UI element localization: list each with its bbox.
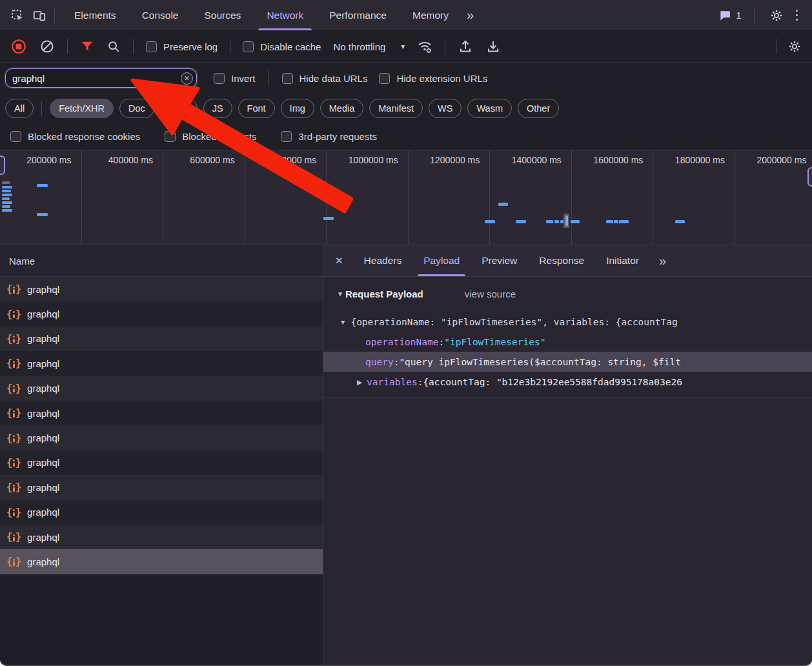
json-request-icon: {} xyxy=(6,507,21,518)
request-row[interactable]: {} graphql xyxy=(0,549,323,574)
json-request-icon: {} xyxy=(6,457,21,469)
json-request-icon: {} xyxy=(6,333,21,345)
waterfall-bar xyxy=(2,201,12,204)
more-tabs-icon[interactable]: » xyxy=(462,8,479,23)
import-har-icon[interactable] xyxy=(458,39,473,54)
request-row[interactable]: {} graphql xyxy=(0,277,323,301)
panel-tab-label: Elements xyxy=(74,10,116,21)
request-type-chip[interactable]: JS xyxy=(203,99,232,118)
network-overview-timeline[interactable]: 200000 ms400000 ms600000 ms800000 ms1000… xyxy=(0,150,812,245)
waterfall-bar xyxy=(675,220,685,223)
detail-tab[interactable]: Headers xyxy=(353,245,413,276)
preserve-log-checkbox[interactable] xyxy=(146,41,157,52)
overview-grip-right[interactable] xyxy=(807,167,812,187)
waterfall-bar xyxy=(606,220,613,223)
record-network-log-icon[interactable] xyxy=(10,38,27,55)
request-type-chip[interactable]: Wasm xyxy=(467,99,512,118)
third-party-requests-checkbox[interactable] xyxy=(281,131,292,142)
request-name: graphql xyxy=(27,507,59,518)
hide-data-urls-checkbox[interactable] xyxy=(282,73,293,84)
json-request-icon: {} xyxy=(6,481,21,493)
request-row[interactable]: {} graphql xyxy=(0,301,323,326)
request-row[interactable]: {} graphql xyxy=(0,450,323,475)
disable-cache-checkbox[interactable] xyxy=(243,41,254,52)
overview-grip-left[interactable] xyxy=(0,156,5,175)
request-row[interactable]: {} graphql xyxy=(0,327,323,351)
invert-label: Invert xyxy=(231,73,256,84)
issues-message-icon[interactable] xyxy=(718,9,731,22)
waterfall-bar xyxy=(323,217,334,220)
invert-checkbox[interactable] xyxy=(214,73,225,84)
tree-expand-icon[interactable]: ▼ xyxy=(340,318,346,326)
request-row[interactable]: {} graphql xyxy=(0,425,323,450)
name-column-header[interactable]: Name xyxy=(0,245,323,277)
section-collapse-icon[interactable]: ▼ xyxy=(337,290,343,298)
request-detail-panel: ✕ HeadersPayloadPreviewResponseInitiator… xyxy=(323,245,812,666)
payload-separator: : xyxy=(418,377,423,387)
request-type-chip[interactable]: CSS xyxy=(160,99,198,118)
payload-tree-row[interactable]: ▼{operationName: "ipFlowTimeseries", var… xyxy=(323,312,812,332)
network-conditions-icon[interactable] xyxy=(417,39,432,54)
customize-devtools-icon[interactable] xyxy=(792,7,802,24)
detail-tab-label: Initiator xyxy=(606,255,639,267)
chip-label: Img xyxy=(290,103,305,114)
request-type-chip[interactable]: Fetch/XHR xyxy=(50,99,114,118)
blocked-requests-checkbox[interactable] xyxy=(165,131,176,142)
waterfall-bar xyxy=(485,220,495,223)
request-row[interactable]: {} graphql xyxy=(0,475,323,500)
detail-tab[interactable]: Response xyxy=(528,245,595,276)
request-row[interactable]: {} graphql xyxy=(0,525,323,549)
network-filter-input[interactable] xyxy=(5,68,197,88)
tabbar-right-divider xyxy=(754,8,755,23)
blocked-response-cookies-checkbox[interactable] xyxy=(10,131,21,142)
request-row[interactable]: {} graphql xyxy=(0,500,323,525)
filter-icon[interactable] xyxy=(80,39,94,54)
detail-tab[interactable]: Initiator xyxy=(595,245,650,276)
request-type-chip[interactable]: All xyxy=(5,99,34,118)
request-type-chip[interactable]: Other xyxy=(518,99,559,118)
tree-expand-icon[interactable]: ▶ xyxy=(357,378,362,386)
blocked-requests-label: Blocked requests xyxy=(182,131,256,142)
panel-tab[interactable]: Sources xyxy=(192,0,254,30)
detail-tab[interactable]: Preview xyxy=(471,245,528,276)
panel-tab[interactable]: Elements xyxy=(61,0,129,30)
hide-extension-urls-checkbox[interactable] xyxy=(379,73,390,84)
panel-tab[interactable]: Network xyxy=(254,0,316,30)
more-detail-tabs-icon[interactable]: » xyxy=(659,254,666,268)
view-source-link[interactable]: view source xyxy=(465,288,516,299)
third-party-requests-label: 3rd-party requests xyxy=(298,131,377,142)
request-row[interactable]: {} graphql xyxy=(0,351,323,376)
request-type-chip[interactable]: Img xyxy=(281,99,314,118)
clear-network-log-icon[interactable] xyxy=(39,39,55,54)
tabbar-right-controls: 1 xyxy=(718,7,812,24)
detail-tab[interactable]: Payload xyxy=(412,245,471,276)
settings-gear-icon[interactable] xyxy=(769,8,784,23)
disable-cache-label: Disable cache xyxy=(260,41,321,52)
panel-tab[interactable]: Memory xyxy=(400,0,462,30)
inspect-element-icon[interactable] xyxy=(6,5,28,26)
request-payload-section-header[interactable]: ▼ Request Payload view source xyxy=(337,283,812,304)
request-type-chip[interactable]: WS xyxy=(429,99,462,118)
request-type-chip[interactable]: Doc xyxy=(119,99,154,118)
panel-tab[interactable]: Performance xyxy=(316,0,400,30)
network-settings-gear-icon[interactable] xyxy=(787,39,802,54)
payload-tree-row[interactable]: query: "query ipFlowTimeseries($accountT… xyxy=(323,352,812,372)
close-detail-icon[interactable]: ✕ xyxy=(323,255,353,267)
network-toolbar: Preserve log Disable cache No throttling… xyxy=(0,31,812,63)
tabbar-divider xyxy=(54,8,55,23)
payload-tree-row[interactable]: operationName: "ipFlowTimeseries" xyxy=(323,332,812,352)
issues-count[interactable]: 1 xyxy=(736,10,741,21)
request-type-chip[interactable]: Media xyxy=(320,99,364,118)
search-icon[interactable] xyxy=(107,39,121,54)
request-row[interactable]: {} graphql xyxy=(0,376,323,401)
export-har-icon[interactable] xyxy=(485,39,501,54)
request-row[interactable]: {} graphql xyxy=(0,401,323,425)
request-type-chip[interactable]: Font xyxy=(238,99,275,118)
request-type-chip[interactable]: Manifest xyxy=(369,99,423,118)
throttling-dropdown[interactable]: No throttling ▾ xyxy=(333,41,405,52)
panel-tab[interactable]: Console xyxy=(129,0,192,30)
clear-filter-icon[interactable]: ✕ xyxy=(181,72,193,85)
filter-divider xyxy=(269,70,269,86)
device-toolbar-icon[interactable] xyxy=(28,5,50,26)
payload-tree-row[interactable]: ▶variables: {accountTag: "b12e3b2192ee55… xyxy=(323,372,812,392)
